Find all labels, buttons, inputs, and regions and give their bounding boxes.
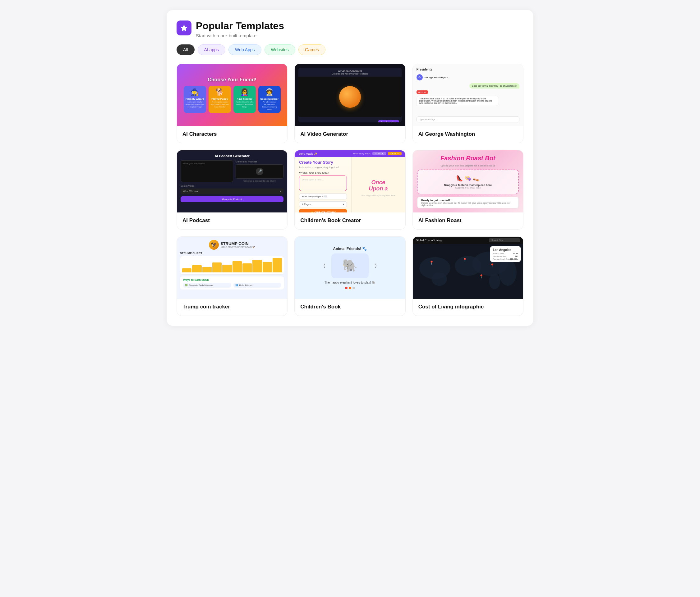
select-voice-label: Select Voice (181, 184, 283, 187)
download-btn[interactable]: Download Video (378, 120, 399, 122)
pin-1: 📍 (429, 261, 434, 265)
voice-chevron: ▾ (280, 190, 281, 192)
card-title-podcast: AI Podcast (182, 217, 282, 224)
teacher-emoji: 👩‍🏫 (235, 88, 254, 96)
ai-chars-title: Choose Your Friend! (208, 77, 256, 83)
fashion-drop-area[interactable]: 👠 👒 👡 Drop your fashion masterpiece here… (417, 170, 519, 194)
generate-podcast-btn[interactable]: Generate Podcast (181, 196, 283, 202)
pages-value-row[interactable]: 4 Pages ▾ (299, 201, 347, 207)
card-preview-trump: 🦅 $TRUMP COIN MAKE CRYPTO GREAT AGAIN 🦅 … (177, 237, 287, 299)
dot-2 (349, 287, 351, 289)
story-output-hint: Your magical story will appear here! (361, 194, 396, 197)
card-preview-podcast: AI Podcast Generator Paste your article … (177, 150, 287, 212)
story-input[interactable]: Once upon a time... (299, 176, 347, 191)
fashion-title: Fashion Roast Bot (441, 155, 496, 162)
error-badge: An error (417, 90, 428, 94)
card-preview-george: Presidents G George Washington Good day … (413, 64, 523, 126)
card-preview-story: Story Magic ✨ Your Story Book ← BACK NEX… (295, 150, 405, 212)
story-magic-label: Story Magic ✨ (298, 152, 317, 155)
video-gen-title: AI Video Generator (301, 70, 398, 73)
card-title-children-book: Children's Book (300, 304, 399, 310)
video-gen-subtitle: Describe the video you want to create (301, 73, 398, 75)
la-rent-value: $2.9K (513, 253, 518, 254)
filter-ai-apps[interactable]: AI apps (198, 45, 225, 55)
ready-text: Ready to get roasted? (421, 199, 515, 202)
template-card-video-gen[interactable]: AI Video Generator Describe the video yo… (294, 64, 405, 143)
bar-1 (182, 268, 192, 273)
filter-web-apps[interactable]: Web Apps (228, 45, 261, 55)
card-title-fashion: AI Fashion Roast (418, 217, 518, 224)
la-rent-label: Monthly Rent (493, 253, 504, 254)
page-title: Popular Templates (196, 20, 284, 32)
trump-coin-title: $TRUMP COIN (221, 241, 255, 246)
video-container: AI Video Generator Describe the video yo… (298, 68, 401, 122)
george-name: George Washington (425, 76, 448, 79)
template-card-cost-living[interactable]: Global Cost of Living Search City... (412, 236, 523, 316)
la-wage-value: $18.00/hr (510, 258, 518, 260)
fashion-support: Supports JPG, PNG, Files (425, 187, 511, 189)
video-header-bar: AI Video Generator Describe the video yo… (298, 68, 401, 77)
teacher-name: Kind Teacher (235, 98, 254, 100)
george-input-area[interactable]: Type a message... (417, 116, 519, 122)
story-next-btn[interactable]: NEXT → (388, 152, 402, 155)
card-title-ai-chars: AI Characters (182, 131, 282, 137)
card-info-trump: Trump coin tracker (177, 299, 287, 316)
trump-missions: ✅ Complete Daily Missions 👥 Refer Friend… (183, 283, 281, 288)
map-area: 📍 📍 📍 📍 Los Angeles Monthly Rent $2.9K R… (413, 244, 523, 299)
pin-2: 📍 (462, 258, 467, 262)
card-info-podcast: AI Podcast (177, 212, 287, 229)
bar-6 (232, 261, 242, 273)
book-next-btn[interactable]: ⟩ (375, 263, 377, 269)
card-title-trump: Trump coin tracker (182, 304, 282, 310)
template-card-podcast[interactable]: AI Podcast Generator Paste your article … (177, 150, 288, 230)
story-idea-label: What's Your Story Idea? (299, 171, 347, 174)
la-city-name: Los Angeles (493, 248, 518, 252)
map-search[interactable]: Search City... (489, 238, 520, 242)
card-title-cost-living: Cost of Living infographic (418, 304, 518, 310)
chat-bubble-george: That event took place in 1776. I was the… (417, 96, 499, 106)
trump-title-group: $TRUMP COIN MAKE CRYPTO GREAT AGAIN 🦅 (221, 241, 255, 249)
bar-9 (262, 262, 272, 273)
filter-games[interactable]: Games (298, 45, 325, 55)
template-card-trump[interactable]: 🦅 $TRUMP COIN MAKE CRYPTO GREAT AGAIN 🦅 … (177, 236, 288, 316)
book-prev-btn[interactable]: ⟨ (323, 263, 325, 269)
bar-3 (202, 267, 212, 272)
create-story-btn[interactable]: ✨ CREATE STORY (299, 209, 347, 212)
story-left-panel: Create Your Story Let's make a magical s… (295, 157, 351, 212)
template-card-george[interactable]: Presidents G George Washington Good day … (412, 64, 523, 143)
podcast-columns: Paste your article here... Generated Pod… (181, 160, 283, 182)
download-row: Download Video (298, 117, 401, 122)
voice-selected: Wise Woman (183, 190, 198, 192)
podcast-controls: Select Voice Wise Woman ▾ (181, 184, 283, 194)
pages-value: 4 Pages (302, 203, 311, 206)
bar-7 (243, 263, 252, 273)
refer-label: Refer Friends (239, 284, 252, 286)
card-info-story: Children's Book Creator (295, 212, 405, 229)
story-create-title: Create Your Story (299, 160, 347, 165)
char-puppy: 🐕 Playful Puppy An energetic puppy who l… (208, 86, 231, 113)
trump-chart-section: STRUMP CHART (180, 252, 284, 275)
dot-1 (345, 287, 348, 289)
card-preview-fashion: Fashion Roast Bot Upload your look and p… (413, 150, 523, 212)
card-title-george: AI George Washington (418, 131, 518, 137)
story-input-placeholder: Once upon a time... (302, 178, 324, 181)
trump-earn-title: Ways to Earn $UCK (183, 278, 281, 281)
header-text: Popular Templates Start with a pre-built… (196, 20, 284, 38)
puppy-name: Playful Puppy (210, 98, 229, 100)
filter-websites[interactable]: Websites (265, 45, 295, 55)
story-back-btn[interactable]: ← BACK (372, 152, 386, 155)
char-wizard: 🧙 Friendly Wizard A wise and helpful wiz… (184, 86, 206, 113)
filter-all[interactable]: All (177, 45, 195, 55)
template-card-ai-characters[interactable]: Choose Your Friend! 🧙 Friendly Wizard A … (177, 64, 288, 143)
fashion-drop-text: Drop your fashion masterpiece here (425, 184, 511, 187)
bar-8 (252, 260, 262, 272)
card-info-children-book: Children's Book (295, 299, 405, 316)
la-wage-label: Average Hourly Rate (493, 258, 510, 260)
template-card-story[interactable]: Story Magic ✨ Your Story Book ← BACK NEX… (294, 150, 405, 230)
card-preview-ai-chars: Choose Your Friend! 🧙 Friendly Wizard A … (177, 64, 287, 126)
video-content (298, 77, 401, 117)
fashion-emojis: 👠 👒 👡 (425, 175, 511, 182)
template-card-fashion[interactable]: Fashion Roast Bot Upload your look and p… (412, 150, 523, 230)
template-card-children-book[interactable]: Animal Friends! 🐾 ⟨ 🐘 ⟩ The happy elepha… (294, 236, 405, 316)
voice-dropdown[interactable]: Wise Woman ▾ (181, 188, 283, 194)
